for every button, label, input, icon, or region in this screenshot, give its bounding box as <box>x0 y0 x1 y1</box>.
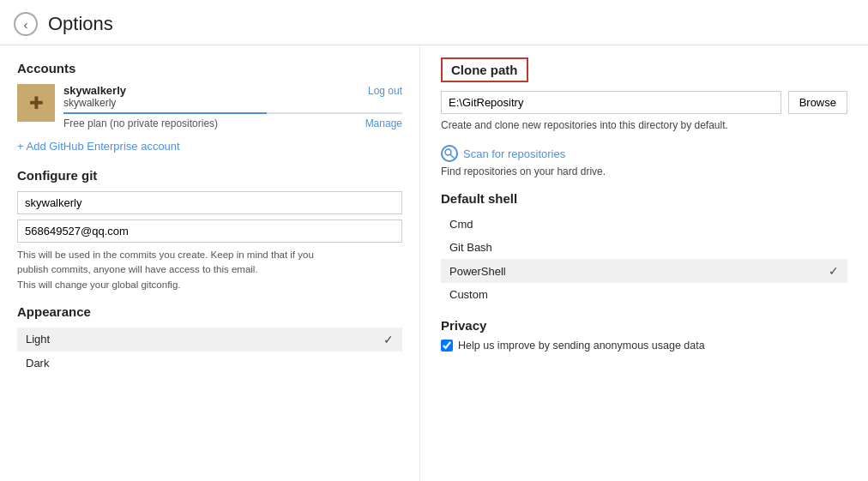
shell-custom-label: Custom <box>449 288 488 301</box>
accounts-section-title: Accounts <box>17 61 402 75</box>
manage-button[interactable]: Manage <box>365 117 402 129</box>
back-button[interactable]: ‹ <box>14 12 38 36</box>
account-name: skywalkerly <box>63 84 126 97</box>
shell-option-gitbash[interactable]: Git Bash <box>441 236 847 259</box>
account-info: skywalkerly Log out skywalkerly Free pla… <box>63 84 402 129</box>
appearance-dark-label: Dark <box>26 357 49 370</box>
privacy-checkbox[interactable] <box>441 340 453 352</box>
options-page: ‹ Options Accounts ✚ skywalkerly Log out… <box>0 0 868 481</box>
powershell-checkmark: ✓ <box>829 264 839 278</box>
browse-button[interactable]: Browse <box>788 91 847 114</box>
svg-line-1 <box>451 155 455 159</box>
back-icon: ‹ <box>24 17 28 32</box>
left-panel: Accounts ✚ skywalkerly Log out skywalker… <box>0 45 420 481</box>
content-area: Accounts ✚ skywalkerly Log out skywalker… <box>0 45 868 481</box>
privacy-section: Privacy Help us improve by sending anony… <box>441 318 847 352</box>
appearance-option-dark[interactable]: Dark <box>17 352 402 375</box>
account-plan-text: Free plan (no private repositories) <box>63 117 218 129</box>
clone-path-input[interactable] <box>441 91 781 114</box>
appearance-section: Appearance Light ✓ Dark <box>17 304 402 375</box>
appearance-title: Appearance <box>17 304 402 319</box>
git-email-input[interactable] <box>17 219 402 243</box>
scan-hint-text: Find repositories on your hard drive. <box>441 165 847 177</box>
scan-repositories-label: Scan for repositories <box>463 147 565 160</box>
shell-cmd-label: Cmd <box>449 218 473 231</box>
clone-hint-text: Create and clone new repositories into t… <box>441 119 847 131</box>
shell-gitbash-label: Git Bash <box>449 241 492 254</box>
default-shell-title: Default shell <box>441 191 847 206</box>
light-checkmark: ✓ <box>383 333 394 346</box>
account-block: ✚ skywalkerly Log out skywalkerly Free p… <box>17 84 402 129</box>
shell-option-powershell[interactable]: PowerShell ✓ <box>441 259 847 283</box>
header: ‹ Options <box>0 0 868 45</box>
privacy-checkbox-label: Help us improve by sending anonymous usa… <box>458 340 705 352</box>
avatar: ✚ <box>17 84 55 122</box>
configure-git-section: Configure git This will be used in the c… <box>17 168 402 292</box>
shell-option-cmd[interactable]: Cmd <box>441 213 847 236</box>
right-panel: Clone path Browse Create and clone new r… <box>420 45 868 481</box>
appearance-light-label: Light <box>26 333 50 346</box>
appearance-option-light[interactable]: Light ✓ <box>17 328 402 352</box>
account-handle: skywalkerly <box>63 97 402 109</box>
avatar-icon: ✚ <box>29 93 44 113</box>
privacy-checkbox-row: Help us improve by sending anonymous usa… <box>441 340 847 352</box>
account-divider <box>63 112 402 114</box>
shell-option-custom[interactable]: Custom <box>441 283 847 306</box>
git-username-input[interactable] <box>17 191 402 214</box>
log-out-button[interactable]: Log out <box>368 85 402 97</box>
account-plan-row: Free plan (no private repositories) Mana… <box>63 117 402 129</box>
add-enterprise-button[interactable]: + Add GitHub Enterprise account <box>17 140 402 153</box>
privacy-title: Privacy <box>441 318 847 333</box>
scan-icon <box>441 145 458 162</box>
page-title: Options <box>48 13 113 35</box>
clone-path-title: Clone path <box>441 57 528 82</box>
configure-git-title: Configure git <box>17 168 402 183</box>
shell-powershell-label: PowerShell <box>449 265 506 278</box>
scan-repositories-button[interactable]: Scan for repositories <box>441 145 847 162</box>
svg-point-0 <box>445 149 451 155</box>
clone-path-row: Browse <box>441 91 847 114</box>
git-hint-text: This will be used in the commits you cre… <box>17 248 402 292</box>
